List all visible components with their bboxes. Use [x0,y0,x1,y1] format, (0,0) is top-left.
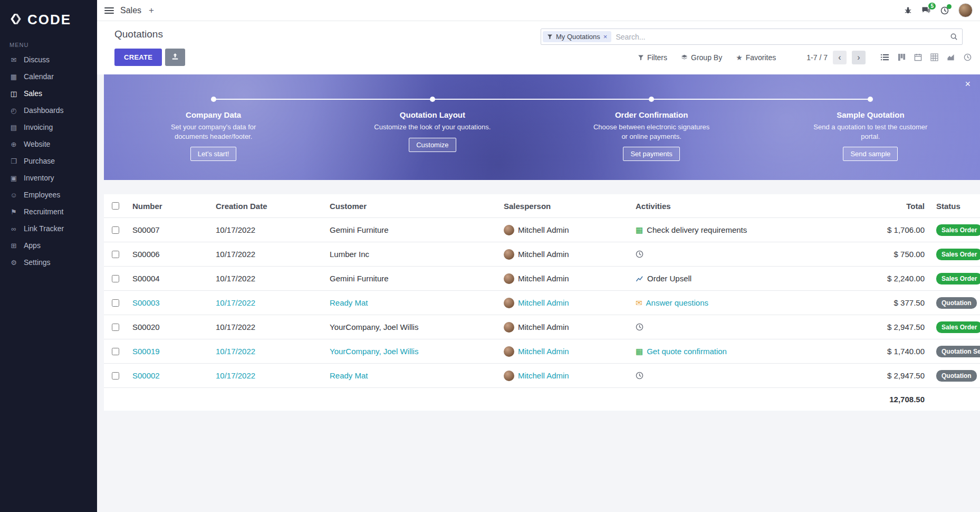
graph-view-icon[interactable] [947,53,955,61]
column-header-customer[interactable]: Customer [324,202,498,211]
search-facet-label: My Quotations [556,33,600,41]
row-checkbox[interactable] [112,324,119,331]
sidebar-item-label: Inventory [24,174,54,182]
table-row[interactable]: S00006 10/17/2022 Lumber Inc Mitchell Ad… [104,242,980,266]
groupby-button[interactable]: Group By [681,53,722,62]
activity-cell[interactable]: Order Upsell [630,274,862,283]
send-sample-button[interactable]: Send sample [843,147,898,161]
pivot-view-icon[interactable] [930,53,938,61]
sidebar-item-label: Dashboards [24,106,64,115]
app-logo: CODE [0,0,97,37]
activity-view-icon[interactable] [964,53,972,61]
salesperson-name: Mitchell Admin [518,323,569,331]
sidebar-item-apps[interactable]: ⊞ Apps [0,237,97,254]
salesperson-avatar [504,225,514,235]
groupby-label: Group By [691,53,722,62]
upload-icon [171,53,179,62]
sidebar-item-inventory[interactable]: ▣ Inventory [0,169,97,186]
row-checkbox[interactable] [112,251,119,258]
sidebar-item-website[interactable]: ⊕ Website [0,136,97,153]
activity-cell[interactable] [630,372,862,380]
lets-start-button[interactable]: Let's start! [190,147,237,161]
salesperson-avatar [504,346,514,357]
sidebar-item-label: Link Tracker [24,224,64,233]
activity-cell[interactable]: ✉Answer questions [630,298,862,308]
user-avatar[interactable] [958,3,973,17]
status-badge: Quotation [936,370,977,382]
set-payments-button[interactable]: Set payments [623,147,680,161]
list-view-icon[interactable] [880,53,889,61]
messages-icon[interactable]: 5 [921,6,931,14]
activity-cell[interactable]: ▦Check delivery requirements [630,225,862,235]
creation-date: 10/17/2022 [210,250,324,259]
sidebar-item-link-tracker[interactable]: ∞ Link Tracker [0,220,97,237]
total-amount: $ 2,240.00 [862,274,925,283]
sidebar-item-employees[interactable]: ☺ Employees [0,186,97,203]
sidebar-item-settings[interactable]: ⚙ Settings [0,254,97,271]
pager-next-button[interactable]: › [852,51,866,64]
facet-remove-icon[interactable]: × [603,33,608,41]
main-content: Sales + 5 Quotations My Quota [97,0,980,512]
column-header-activities[interactable]: Activities [630,202,862,211]
pager-prev-button[interactable]: ‹ [833,51,847,64]
customize-button[interactable]: Customize [409,138,456,152]
bug-icon[interactable] [904,6,912,14]
activities-clock-icon[interactable] [940,6,949,15]
kanban-view-icon[interactable] [898,53,906,61]
search-box[interactable]: My Quotations × [541,29,963,45]
sidebar-item-label: Sales [24,89,42,98]
search-icon[interactable] [950,33,958,41]
sidebar-item-dashboards[interactable]: ◴ Dashboards [0,102,97,119]
row-checkbox[interactable] [112,226,119,234]
column-header-salesperson[interactable]: Salesperson [498,202,630,211]
sidebar-item-sales[interactable]: ◫ Sales [0,85,97,102]
row-checkbox[interactable] [112,348,119,355]
export-button[interactable] [165,49,185,66]
table-row[interactable]: S00020 10/17/2022 YourCompany, Joel Will… [104,315,980,339]
table-row[interactable]: S00007 10/17/2022 Gemini Furniture Mitch… [104,217,980,242]
table-row[interactable]: S00003 10/17/2022 Ready Mat Mitchell Adm… [104,290,980,315]
table-row[interactable]: S00004 10/17/2022 Gemini Furniture Mitch… [104,266,980,290]
activity-cell[interactable]: ▦Get quote confirmation [630,347,862,356]
activity-cell[interactable] [630,323,862,331]
search-facet[interactable]: My Quotations × [543,31,611,42]
customer-name: YourCompany, Joel Willis [324,323,498,331]
row-checkbox[interactable] [112,372,119,380]
table-footer-row: 12,708.50 [104,387,980,411]
column-header-creation-date[interactable]: Creation Date [210,202,324,211]
favorites-button[interactable]: ★ Favorites [736,53,776,62]
sidebar-item-purchase[interactable]: ❒ Purchase [0,153,97,169]
discuss-icon: ✉ [9,56,18,64]
quotation-number: S00007 [127,225,210,234]
row-checkbox[interactable] [112,299,119,307]
column-header-total[interactable]: Total [862,202,925,211]
activity-cell[interactable] [630,250,862,258]
hamburger-menu-icon[interactable] [104,7,114,14]
calendar-view-icon[interactable] [914,53,922,61]
filters-funnel-icon [638,54,644,61]
search-input[interactable] [611,33,950,41]
table-row[interactable]: S00019 10/17/2022 YourCompany, Joel Will… [104,339,980,363]
status-badge: Sales Order [936,249,980,260]
column-header-status[interactable]: Status [925,202,980,211]
column-header-number[interactable]: Number [127,202,210,211]
sidebar-item-recruitment[interactable]: ⚑ Recruitment [0,203,97,220]
salesperson-name: Mitchell Admin [518,347,569,356]
quotation-number: S00006 [127,250,210,259]
sidebar-item-calendar[interactable]: ▦ Calendar [0,68,97,85]
invoicing-icon: ▤ [9,124,18,131]
total-amount: $ 2,947.50 [862,371,925,380]
create-button[interactable]: CREATE [114,49,162,66]
filters-button[interactable]: Filters [638,53,667,62]
total-amount: $ 1,740.00 [862,347,925,356]
sidebar-item-discuss[interactable]: ✉ Discuss [0,51,97,68]
purchase-icon: ❒ [9,157,18,165]
filter-funnel-icon [547,34,553,40]
table-row[interactable]: S00002 10/17/2022 Ready Mat Mitchell Adm… [104,363,980,387]
sidebar-item-invoicing[interactable]: ▤ Invoicing [0,119,97,136]
footer-total: 12,708.50 [862,395,925,404]
plus-icon[interactable]: + [149,5,154,16]
row-checkbox[interactable] [112,275,119,282]
select-all-checkbox[interactable] [112,202,119,210]
creation-date: 10/17/2022 [210,298,324,307]
